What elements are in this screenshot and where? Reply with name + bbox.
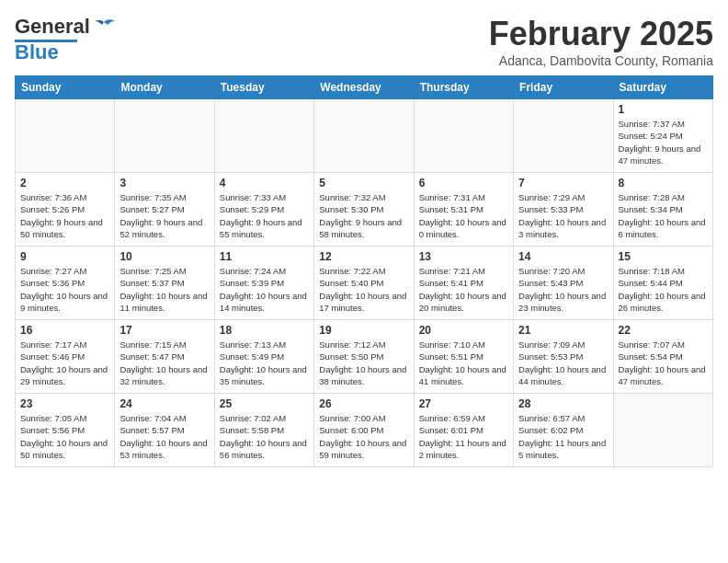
- calendar-day-8: 8Sunrise: 7:28 AM Sunset: 5:34 PM Daylig…: [613, 173, 712, 247]
- day-number: 15: [619, 250, 708, 263]
- day-number: 11: [220, 250, 309, 263]
- weekday-header-wednesday: Wednesday: [314, 76, 414, 99]
- day-info: Sunrise: 7:09 AM Sunset: 5:53 PM Dayligh…: [518, 339, 608, 387]
- calendar-day-11: 11Sunrise: 7:24 AM Sunset: 5:39 PM Dayli…: [214, 247, 313, 320]
- day-number: 26: [319, 397, 408, 410]
- day-info: Sunrise: 7:22 AM Sunset: 5:40 PM Dayligh…: [319, 265, 408, 314]
- calendar-day-17: 17Sunrise: 7:15 AM Sunset: 5:47 PM Dayli…: [115, 320, 214, 394]
- day-info: Sunrise: 7:05 AM Sunset: 5:56 PM Dayligh…: [20, 412, 109, 461]
- calendar-table: SundayMondayTuesdayWednesdayThursdayFrid…: [15, 75, 713, 467]
- day-info: Sunrise: 7:33 AM Sunset: 5:29 PM Dayligh…: [220, 191, 309, 240]
- day-info: Sunrise: 7:15 AM Sunset: 5:47 PM Dayligh…: [119, 339, 209, 387]
- calendar-empty-cell: [414, 99, 513, 173]
- day-number: 25: [220, 397, 309, 410]
- day-number: 17: [119, 324, 209, 337]
- calendar-day-20: 20Sunrise: 7:10 AM Sunset: 5:51 PM Dayli…: [414, 320, 513, 394]
- day-info: Sunrise: 7:21 AM Sunset: 5:41 PM Dayligh…: [419, 265, 508, 314]
- day-info: Sunrise: 7:24 AM Sunset: 5:39 PM Dayligh…: [220, 265, 309, 314]
- calendar-week-row: 1Sunrise: 7:37 AM Sunset: 5:24 PM Daylig…: [16, 99, 713, 173]
- day-number: 2: [20, 177, 109, 190]
- day-number: 20: [419, 324, 508, 337]
- day-info: Sunrise: 7:18 AM Sunset: 5:44 PM Dayligh…: [619, 265, 708, 314]
- day-info: Sunrise: 7:29 AM Sunset: 5:33 PM Dayligh…: [518, 191, 608, 240]
- calendar-day-19: 19Sunrise: 7:12 AM Sunset: 5:50 PM Dayli…: [314, 320, 414, 394]
- weekday-header-tuesday: Tuesday: [214, 76, 313, 99]
- day-info: Sunrise: 7:27 AM Sunset: 5:36 PM Dayligh…: [20, 265, 109, 314]
- calendar-day-23: 23Sunrise: 7:05 AM Sunset: 5:56 PM Dayli…: [16, 394, 115, 467]
- calendar-day-9: 9Sunrise: 7:27 AM Sunset: 5:36 PM Daylig…: [16, 247, 115, 320]
- calendar-week-row: 23Sunrise: 7:05 AM Sunset: 5:56 PM Dayli…: [16, 394, 713, 467]
- calendar-day-24: 24Sunrise: 7:04 AM Sunset: 5:57 PM Dayli…: [115, 394, 214, 467]
- day-number: 23: [20, 397, 109, 410]
- calendar-day-15: 15Sunrise: 7:18 AM Sunset: 5:44 PM Dayli…: [613, 247, 712, 320]
- calendar-day-1: 1Sunrise: 7:37 AM Sunset: 5:24 PM Daylig…: [613, 99, 712, 173]
- calendar-day-3: 3Sunrise: 7:35 AM Sunset: 5:27 PM Daylig…: [115, 173, 214, 247]
- calendar-day-26: 26Sunrise: 7:00 AM Sunset: 6:00 PM Dayli…: [314, 394, 414, 467]
- weekday-header-thursday: Thursday: [414, 76, 513, 99]
- day-number: 24: [119, 397, 209, 410]
- weekday-header-saturday: Saturday: [613, 76, 712, 99]
- calendar-day-16: 16Sunrise: 7:17 AM Sunset: 5:46 PM Dayli…: [16, 320, 115, 394]
- weekday-header-sunday: Sunday: [16, 76, 115, 99]
- weekday-header-friday: Friday: [514, 76, 613, 99]
- day-number: 14: [518, 250, 608, 263]
- calendar-day-10: 10Sunrise: 7:25 AM Sunset: 5:37 PM Dayli…: [115, 247, 214, 320]
- day-number: 19: [319, 324, 408, 337]
- logo-blue-text: Blue: [15, 42, 59, 63]
- day-number: 16: [20, 324, 109, 337]
- calendar-day-2: 2Sunrise: 7:36 AM Sunset: 5:26 PM Daylig…: [16, 173, 115, 247]
- day-number: 10: [119, 250, 209, 263]
- day-info: Sunrise: 6:57 AM Sunset: 6:02 PM Dayligh…: [518, 412, 608, 461]
- day-number: 7: [518, 177, 608, 190]
- day-info: Sunrise: 7:35 AM Sunset: 5:27 PM Dayligh…: [119, 191, 209, 240]
- calendar-week-row: 9Sunrise: 7:27 AM Sunset: 5:36 PM Daylig…: [16, 247, 713, 320]
- day-number: 27: [419, 397, 508, 410]
- logo-text: General: [15, 15, 118, 39]
- title-block: February 2025 Adanca, Dambovita County, …: [489, 15, 713, 68]
- calendar-empty-cell: [514, 99, 613, 173]
- day-info: Sunrise: 7:25 AM Sunset: 5:37 PM Dayligh…: [119, 265, 209, 314]
- day-info: Sunrise: 7:02 AM Sunset: 5:58 PM Dayligh…: [220, 412, 309, 461]
- day-info: Sunrise: 7:07 AM Sunset: 5:54 PM Dayligh…: [619, 339, 708, 387]
- calendar-day-4: 4Sunrise: 7:33 AM Sunset: 5:29 PM Daylig…: [214, 173, 313, 247]
- day-number: 9: [20, 250, 109, 263]
- day-number: 18: [220, 324, 309, 337]
- calendar-day-25: 25Sunrise: 7:02 AM Sunset: 5:58 PM Dayli…: [214, 394, 313, 467]
- day-number: 5: [319, 177, 408, 190]
- weekday-header-monday: Monday: [115, 76, 214, 99]
- calendar-day-28: 28Sunrise: 6:57 AM Sunset: 6:02 PM Dayli…: [514, 394, 613, 467]
- calendar-day-7: 7Sunrise: 7:29 AM Sunset: 5:33 PM Daylig…: [514, 173, 613, 247]
- day-info: Sunrise: 7:32 AM Sunset: 5:30 PM Dayligh…: [319, 191, 408, 240]
- calendar-empty-cell: [314, 99, 414, 173]
- day-info: Sunrise: 7:31 AM Sunset: 5:31 PM Dayligh…: [419, 191, 508, 240]
- day-info: Sunrise: 7:36 AM Sunset: 5:26 PM Dayligh…: [20, 191, 109, 240]
- day-number: 22: [619, 324, 708, 337]
- calendar-day-21: 21Sunrise: 7:09 AM Sunset: 5:53 PM Dayli…: [514, 320, 613, 394]
- day-number: 4: [220, 177, 309, 190]
- day-number: 12: [319, 250, 408, 263]
- calendar-week-row: 2Sunrise: 7:36 AM Sunset: 5:26 PM Daylig…: [16, 173, 713, 247]
- day-info: Sunrise: 7:00 AM Sunset: 6:00 PM Dayligh…: [319, 412, 408, 461]
- weekday-header-row: SundayMondayTuesdayWednesdayThursdayFrid…: [16, 76, 713, 99]
- day-info: Sunrise: 7:17 AM Sunset: 5:46 PM Dayligh…: [20, 339, 109, 387]
- day-number: 1: [619, 103, 708, 116]
- month-title: February 2025: [489, 15, 713, 53]
- day-number: 28: [518, 397, 608, 410]
- calendar-week-row: 16Sunrise: 7:17 AM Sunset: 5:46 PM Dayli…: [16, 320, 713, 394]
- day-info: Sunrise: 7:12 AM Sunset: 5:50 PM Dayligh…: [319, 339, 408, 387]
- location: Adanca, Dambovita County, Romania: [489, 53, 713, 68]
- day-number: 8: [619, 177, 708, 190]
- day-info: Sunrise: 7:04 AM Sunset: 5:57 PM Dayligh…: [119, 412, 209, 461]
- day-info: Sunrise: 6:59 AM Sunset: 6:01 PM Dayligh…: [419, 412, 508, 461]
- day-number: 13: [419, 250, 508, 263]
- calendar-empty-cell: [16, 99, 115, 173]
- calendar-empty-cell: [214, 99, 313, 173]
- day-number: 21: [518, 324, 608, 337]
- calendar-day-27: 27Sunrise: 6:59 AM Sunset: 6:01 PM Dayli…: [414, 394, 513, 467]
- day-info: Sunrise: 7:13 AM Sunset: 5:49 PM Dayligh…: [220, 339, 309, 387]
- logo: General Blue: [15, 15, 118, 63]
- day-info: Sunrise: 7:37 AM Sunset: 5:24 PM Dayligh…: [619, 118, 708, 167]
- calendar-day-6: 6Sunrise: 7:31 AM Sunset: 5:31 PM Daylig…: [414, 173, 513, 247]
- logo-bird-icon: [91, 18, 117, 37]
- day-number: 6: [419, 177, 508, 190]
